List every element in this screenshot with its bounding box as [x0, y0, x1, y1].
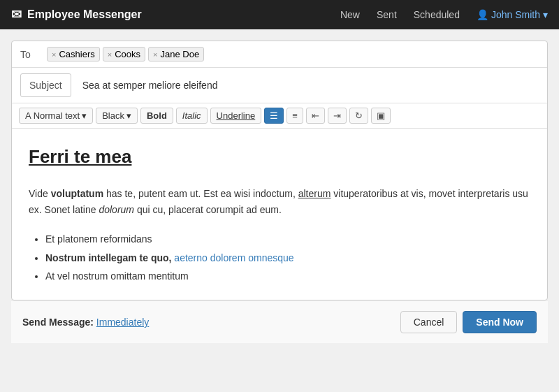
subject-input[interactable] [80, 74, 547, 96]
navbar: ✉ Employee Messenger New Sent Scheduled … [0, 0, 559, 29]
send-message-prefix: Send Message: [22, 317, 94, 328]
image-button[interactable]: ▣ [371, 108, 391, 124]
color-dropdown-icon: ▾ [126, 110, 131, 121]
list-item-1: Et platonem reformidans [45, 230, 530, 249]
tag-jane-doe-remove-icon[interactable]: × [153, 50, 157, 59]
editor-paragraph: Vide voluptatum has te, putent eam ut. E… [29, 186, 530, 219]
footer-buttons: Cancel Send Now [400, 311, 537, 333]
image-icon: ▣ [377, 110, 385, 121]
nav-scheduled-link[interactable]: Scheduled [414, 9, 460, 20]
subject-label: Subject [20, 73, 71, 97]
to-row: To × Cashiers × Cooks × Jane Doe [12, 41, 547, 68]
user-icon: 👤 [477, 9, 488, 20]
tag-cashiers-remove-icon[interactable]: × [52, 50, 56, 59]
cancel-button[interactable]: Cancel [400, 311, 458, 333]
list-item-2-bold: Nostrum intellegam te quo, [45, 252, 171, 263]
brand: ✉ Employee Messenger [11, 7, 340, 22]
user-name: John Smith [491, 9, 540, 20]
font-size-button[interactable]: A Normal text ▾ [19, 108, 93, 124]
composer: To × Cashiers × Cooks × Jane Doe Subject [11, 41, 548, 300]
tag-jane-doe[interactable]: × Jane Doe [148, 47, 204, 61]
italic-word-dolorum: dolorum [99, 204, 134, 215]
editor-area[interactable]: Ferri te mea Vide voluptatum has te, put… [12, 129, 547, 300]
subject-row: Subject [12, 68, 547, 103]
editor-list: Et platonem reformidans Nostrum intelleg… [45, 230, 530, 286]
list-item-3: At vel nostrum omittam mentitum [45, 267, 530, 286]
footer-row: Send Message: Immediately Cancel Send No… [11, 300, 548, 343]
indent-decrease-button[interactable]: ⇤ [306, 108, 325, 124]
tag-cashiers-label: Cashiers [59, 49, 94, 59]
underline-word-alterum: alterum [298, 188, 331, 199]
tag-cooks[interactable]: × Cooks [103, 47, 145, 61]
user-menu[interactable]: 👤 John Smith ▾ [477, 9, 548, 20]
tag-cooks-label: Cooks [115, 49, 140, 59]
bold-button[interactable]: Bold [140, 108, 173, 124]
user-dropdown-icon: ▾ [543, 9, 548, 20]
to-label: To [20, 49, 41, 60]
list-ordered-button[interactable]: ≡ [286, 108, 303, 124]
color-label: Black [102, 110, 124, 121]
list-item-2: Nostrum intellegam te quo, aeterno dolor… [45, 249, 530, 268]
list-unordered-button[interactable]: ☰ [264, 108, 284, 124]
nav-sent-link[interactable]: Sent [377, 9, 397, 20]
bold-word-voluptatum: voluptatum [51, 188, 103, 199]
indent-increase-button[interactable]: ⇥ [328, 108, 347, 124]
refresh-icon: ↻ [355, 110, 363, 121]
send-message-label: Send Message: Immediately [22, 317, 400, 328]
font-size-icon: A [25, 110, 31, 121]
toolbar: A Normal text ▾ Black ▾ Bold Italic Unde… [12, 103, 547, 129]
list-ordered-icon: ≡ [292, 110, 298, 121]
refresh-button[interactable]: ↻ [349, 108, 368, 124]
tag-cashiers[interactable]: × Cashiers [47, 47, 100, 61]
nav-new-link[interactable]: New [340, 9, 360, 20]
font-style-dropdown-icon: ▾ [82, 110, 87, 121]
brand-text: Employee Messenger [27, 8, 142, 21]
list-unordered-icon: ☰ [270, 110, 278, 121]
font-style-label: Normal text [34, 110, 80, 121]
italic-button[interactable]: Italic [176, 108, 208, 124]
tags-container: × Cashiers × Cooks × Jane Doe [47, 47, 539, 61]
indent-increase-icon: ⇥ [333, 110, 341, 121]
main-content: To × Cashiers × Cooks × Jane Doe Subject [0, 29, 559, 354]
tag-jane-doe-label: Jane Doe [160, 49, 199, 59]
send-now-button[interactable]: Send Now [463, 311, 537, 333]
list-item-2-link[interactable]: aeterno dolorem omnesque [174, 252, 293, 263]
envelope-icon: ✉ [11, 7, 22, 22]
tag-cooks-remove-icon[interactable]: × [108, 50, 112, 59]
nav-links: New Sent Scheduled 👤 John Smith ▾ [340, 9, 548, 20]
editor-heading: Ferri te mea [29, 143, 530, 172]
indent-decrease-icon: ⇤ [312, 110, 319, 121]
underline-button[interactable]: Underline [210, 108, 262, 124]
color-button[interactable]: Black ▾ [96, 108, 138, 124]
send-timing-link[interactable]: Immediately [96, 317, 149, 328]
